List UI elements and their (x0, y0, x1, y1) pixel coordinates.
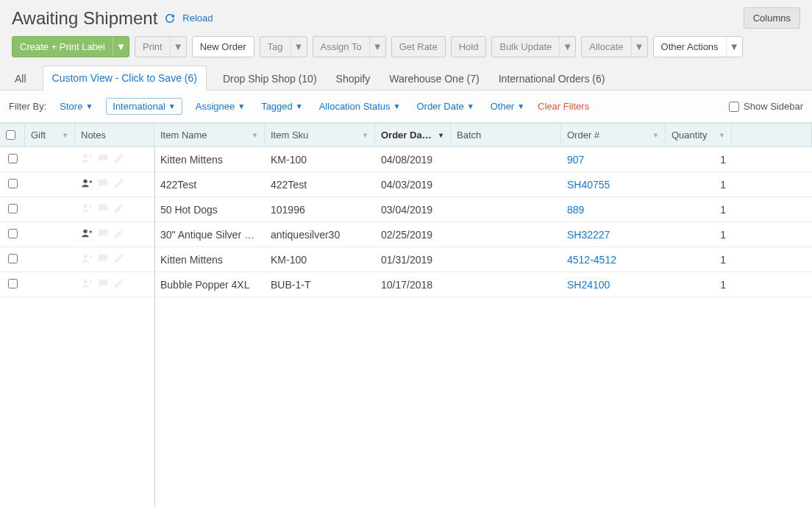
button-label: Tag (260, 37, 291, 57)
assignee-icon[interactable] (81, 227, 93, 241)
filter-order-date[interactable]: Order Date▼ (413, 99, 477, 113)
cell-quantity: 1 (666, 249, 732, 271)
refresh-icon[interactable] (165, 13, 175, 24)
column-item-name[interactable]: Item Name▼ (154, 124, 265, 146)
table-row[interactable]: Kitten Mittens KM-100 04/08/2019 907 1 (0, 147, 812, 172)
edit-icon[interactable] (113, 227, 125, 241)
reload-link[interactable]: Reload (182, 13, 213, 24)
table-row[interactable]: Bubble Popper 4XL BUB-1-T 10/17/2018 SH2… (0, 272, 812, 297)
sort-icon: ▼ (652, 132, 659, 139)
select-all-checkbox[interactable] (6, 130, 15, 140)
comment-icon[interactable] (97, 227, 109, 241)
edit-icon[interactable] (113, 202, 125, 216)
table-row[interactable]: 422Test 422Test 04/03/2019 SH40755 1 (0, 172, 812, 197)
tab-1[interactable]: Custom View - Click to Save (6) (43, 65, 207, 91)
tab-0[interactable]: All (12, 67, 29, 91)
assign-to-button[interactable]: Assign To ▼ (313, 36, 386, 57)
filter-other[interactable]: Other▼ (488, 99, 527, 113)
create-print-label-button[interactable]: Create + Print Label ▼ (12, 36, 129, 57)
table-row[interactable]: 50 Hot Dogs 101996 03/04/2019 889 1 (0, 197, 812, 222)
filter-allocation-status[interactable]: Allocation Status▼ (316, 99, 404, 113)
order-link[interactable]: 4512-4512 (567, 254, 616, 266)
assignee-icon[interactable] (81, 277, 93, 291)
show-sidebar-toggle[interactable]: Show Sidebar (729, 101, 803, 112)
filter-assignee[interactable]: Assignee▼ (193, 99, 248, 113)
row-checkbox[interactable] (8, 179, 18, 188)
row-checkbox[interactable] (8, 154, 18, 163)
sort-icon: ▼ (252, 132, 258, 139)
caret-down-icon[interactable]: ▼ (559, 37, 575, 57)
row-checkbox[interactable] (8, 254, 18, 263)
row-checkbox[interactable] (8, 204, 18, 213)
caret-down-icon[interactable]: ▼ (113, 37, 129, 57)
cell-gift (25, 205, 75, 215)
get-rate-button[interactable]: Get Rate (391, 36, 446, 57)
allocate-button[interactable]: Allocate ▼ (581, 36, 647, 57)
column-gift[interactable]: Gift▼ (25, 124, 75, 146)
cell-quantity: 1 (666, 199, 732, 221)
edit-icon[interactable] (113, 177, 125, 191)
filter-tagged[interactable]: Tagged▼ (258, 99, 306, 113)
table-row[interactable]: 30" Antique Silver o… antiquesilver30 02… (0, 222, 812, 247)
filter-international[interactable]: International▼ (106, 98, 182, 115)
comment-icon[interactable] (97, 277, 109, 291)
clear-filters-link[interactable]: Clear Filters (538, 101, 589, 112)
filter-store[interactable]: Store▼ (57, 99, 96, 113)
cell-item-name: Bubble Popper 4XL (154, 274, 265, 296)
row-checkbox[interactable] (8, 279, 18, 288)
comment-icon[interactable] (97, 252, 109, 266)
comment-icon[interactable] (97, 152, 109, 166)
order-link[interactable]: SH40755 (567, 179, 610, 191)
assignee-icon[interactable] (81, 152, 93, 166)
page-title: Awaiting Shipment (12, 8, 157, 29)
new-order-button[interactable]: New Order (192, 36, 254, 57)
column-extra (732, 124, 812, 146)
caret-down-icon[interactable]: ▼ (726, 37, 742, 57)
svg-point-1 (83, 180, 87, 183)
column-order-date[interactable]: Order Da…▼ (375, 124, 451, 146)
caret-down-icon[interactable]: ▼ (170, 37, 186, 57)
caret-down-icon[interactable]: ▼ (369, 37, 385, 57)
cell-quantity: 1 (666, 174, 732, 196)
edit-icon[interactable] (113, 252, 125, 266)
caret-down-icon[interactable]: ▼ (631, 37, 647, 57)
table-row[interactable]: Kitten Mittens KM-100 01/31/2019 4512-45… (0, 247, 812, 272)
order-link[interactable]: 889 (567, 204, 584, 216)
sort-icon: ▼ (362, 132, 368, 139)
assignee-icon[interactable] (81, 177, 93, 191)
cell-notes (75, 247, 154, 272)
column-quantity[interactable]: Quantity▼ (666, 124, 732, 146)
tag-button[interactable]: Tag ▼ (260, 36, 307, 57)
column-batch[interactable]: Batch (451, 124, 561, 146)
column-checkbox[interactable] (0, 124, 25, 146)
order-link[interactable]: SH24100 (567, 279, 610, 291)
assignee-icon[interactable] (81, 252, 93, 266)
column-order-number[interactable]: Order #▼ (561, 124, 666, 146)
comment-icon[interactable] (97, 177, 109, 191)
order-link[interactable]: 907 (567, 154, 584, 166)
show-sidebar-checkbox[interactable] (729, 102, 739, 112)
view-tabs: AllCustom View - Click to Save (6)Drop S… (0, 65, 812, 91)
column-item-sku[interactable]: Item Sku▼ (265, 124, 375, 146)
comment-icon[interactable] (97, 202, 109, 216)
hold-button[interactable]: Hold (451, 36, 487, 57)
cell-order-number: 889 (561, 199, 666, 221)
other-actions-button[interactable]: Other Actions ▼ (653, 36, 743, 57)
order-link[interactable]: SH32227 (567, 229, 610, 241)
cell-notes (75, 197, 154, 221)
edit-icon[interactable] (113, 152, 125, 166)
column-notes[interactable]: Notes (75, 124, 154, 146)
caret-down-icon[interactable]: ▼ (291, 37, 307, 57)
row-checkbox[interactable] (8, 229, 18, 238)
columns-button[interactable]: Columns (744, 7, 800, 29)
tab-4[interactable]: Warehouse One (7) (386, 67, 482, 91)
column-divider[interactable] (154, 147, 155, 507)
bulk-update-button[interactable]: Bulk Update ▼ (491, 36, 576, 57)
print-button[interactable]: Print ▼ (135, 36, 187, 57)
tab-3[interactable]: Shopify (333, 67, 374, 91)
edit-icon[interactable] (113, 277, 125, 291)
caret-down-icon: ▼ (168, 102, 176, 110)
assignee-icon[interactable] (81, 202, 93, 216)
tab-2[interactable]: Drop Ship Shop (10) (220, 67, 320, 91)
tab-5[interactable]: International Orders (6) (496, 67, 608, 91)
